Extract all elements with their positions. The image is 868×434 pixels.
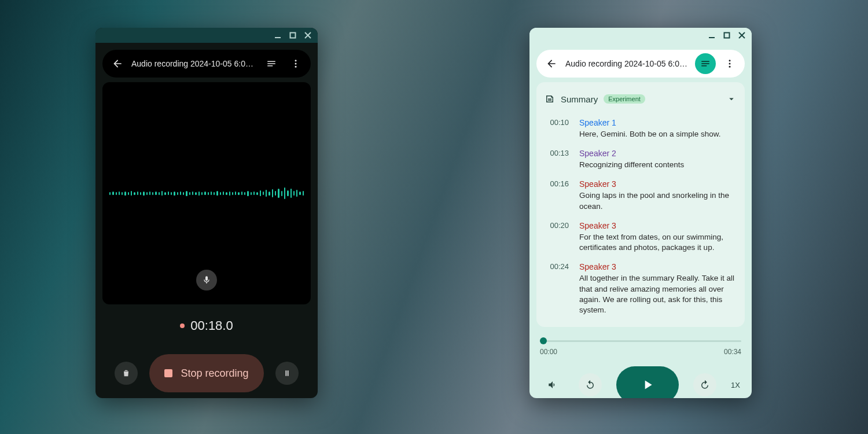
transcript-text: Here, Gemini. Both be on a simple show. [579,129,737,139]
experiment-badge: Experiment [604,94,645,104]
stop-recording-button[interactable]: Stop recording [149,354,263,392]
play-button[interactable] [616,366,679,398]
back-icon[interactable] [107,53,128,74]
playback-scrubber[interactable] [540,336,741,345]
speaker-name: Speaker 3 [579,179,737,189]
delete-button[interactable] [115,362,138,385]
svg-rect-1 [290,33,296,38]
speaker-name: Speaker 3 [579,262,737,271]
close-icon[interactable] [303,30,313,41]
transcript-panel: Summary Experiment 00:10 Speaker 1 Here,… [536,82,745,327]
app-bar: Audio recording 2024-10-05 6:08:34 PM [102,50,311,78]
transcript-row[interactable]: 00:10 Speaker 1 Here, Gemini. Both be on… [536,113,745,144]
pause-button[interactable] [275,362,299,385]
playback-controls: 1X [536,366,745,398]
volume-button[interactable] [541,373,564,396]
stop-icon [164,369,172,377]
recording-title: Audio recording 2024-10-05 6:08:34 PM [131,59,258,68]
summary-row[interactable]: Summary Experiment [536,84,745,113]
stop-label: Stop recording [181,367,248,380]
maximize-icon[interactable] [288,30,298,41]
chevron-down-icon [726,94,737,104]
summary-label: Summary [561,94,598,104]
timestamp: 00:16 [545,179,569,211]
transcript-text: Recognizing different contents [579,160,737,170]
record-indicator-icon [180,323,185,328]
transcript-row[interactable]: 00:13 Speaker 2 Recognizing different co… [536,144,745,175]
waveform-panel [102,82,311,304]
recording-title: Audio recording 2024-10-05 6:08:3… [565,59,692,68]
transcript-text: For the text from dates, on our swimming… [579,232,737,253]
svg-point-12 [729,63,731,65]
minimize-icon[interactable] [273,30,283,41]
transcript-list: 00:10 Speaker 1 Here, Gemini. Both be on… [536,113,745,320]
transcript-text: All together in the summary Really. Take… [579,273,737,315]
rewind-button[interactable] [579,373,602,396]
transcript-row[interactable]: 00:16 Speaker 3 Going laps in the pool a… [536,175,745,216]
recorder-actions: Stop recording [95,354,318,392]
timestamp: 00:13 [545,149,569,170]
svg-point-11 [729,60,731,61]
maximize-icon[interactable] [722,30,732,41]
timestamp: 00:20 [545,221,569,253]
svg-point-5 [295,63,297,65]
more-icon[interactable] [719,53,740,74]
svg-point-6 [295,66,297,68]
timer-value: 00:18.0 [190,318,233,333]
playback-speed[interactable]: 1X [731,381,740,389]
transcript-text: Going laps in the pool and snorkeling in… [579,190,737,211]
speaker-name: Speaker 3 [579,221,737,230]
window-titlebar [95,28,318,43]
recorder-window-dark: Audio recording 2024-10-05 6:08:34 PM 00… [95,28,318,398]
svg-point-13 [729,66,731,68]
svg-rect-8 [724,33,730,38]
transcript-icon[interactable] [261,53,282,74]
svg-point-4 [295,60,297,61]
waveform [102,187,311,199]
recording-timer: 00:18.0 [95,318,318,333]
timestamp: 00:10 [545,118,569,139]
speaker-name: Speaker 2 [579,149,737,158]
mic-button[interactable] [196,270,217,290]
window-titlebar [529,28,752,43]
time-labels: 00:00 00:34 [540,348,741,356]
time-end: 00:34 [724,348,741,356]
more-icon[interactable] [285,53,306,74]
back-icon[interactable] [541,53,562,74]
summary-icon [545,94,555,104]
speaker-name: Speaker 1 [579,118,737,127]
timestamp: 00:24 [545,262,569,315]
forward-button[interactable] [693,373,716,396]
time-start: 00:00 [540,348,557,356]
transcript-toggle[interactable] [695,53,716,74]
minimize-icon[interactable] [707,30,717,41]
transcript-row[interactable]: 00:20 Speaker 3 For the text from dates,… [536,216,745,258]
app-bar: Audio recording 2024-10-05 6:08:3… [536,50,745,78]
close-icon[interactable] [737,30,747,41]
transcript-row[interactable]: 00:24 Speaker 3 All together in the summ… [536,258,745,320]
recorder-window-light: Audio recording 2024-10-05 6:08:3… Summa… [529,28,752,398]
